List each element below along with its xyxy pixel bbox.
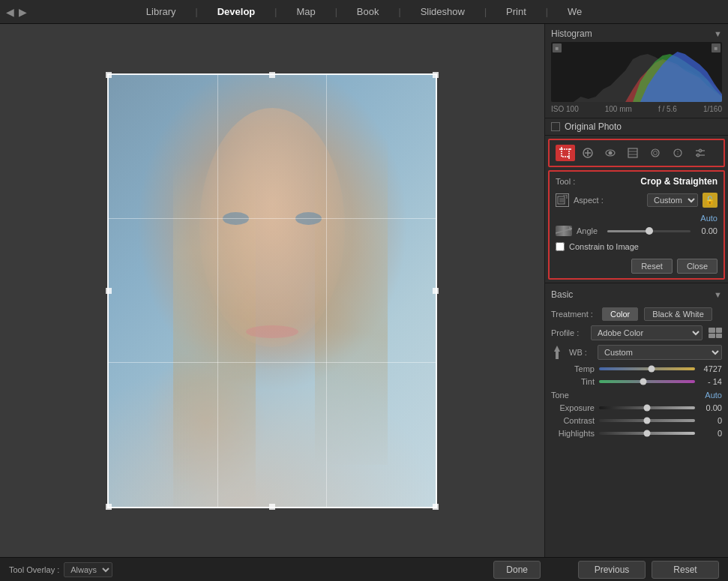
constrain-label: Constrain to Image [569,242,639,251]
overlay-select[interactable]: Always Never Auto [64,562,112,577]
svg-point-24 [697,154,700,157]
tone-auto-button[interactable]: Auto [705,391,722,400]
nav-sep-3: | [335,7,337,17]
overlay-label: Tool Overlay : [9,565,59,574]
main-area: Histogram ▼ ■ ■ ISO 100 10 [0,24,728,557]
temp-label: Temp [551,364,595,373]
temp-slider[interactable] [599,367,695,370]
temp-thumb[interactable] [649,366,655,373]
auto-angle-button[interactable]: Auto [700,214,718,223]
basic-expand-icon[interactable]: ▼ [714,290,722,299]
done-button[interactable]: Done [493,561,541,579]
nav-sep-5: | [484,7,487,17]
nav-sep-2: | [274,7,277,17]
exposure-thumb[interactable] [644,405,651,412]
nav-sep-1: | [196,7,198,17]
tint-slider[interactable] [599,380,695,383]
crop-buttons-row: Reset Close [556,259,718,274]
aspect-select[interactable]: Custom Original 1:1 4:3 16:9 [647,193,698,207]
tint-thumb[interactable] [640,379,646,385]
reset-button[interactable]: Reset [652,561,719,579]
contrast-thumb[interactable] [644,418,651,424]
crop-handle-br[interactable] [433,504,439,510]
crop-handle-ml[interactable] [106,288,112,294]
grid-line-v2 [326,75,327,507]
wb-select[interactable]: Custom As Shot Auto Daylight Cloudy [598,345,722,360]
contrast-row: Contrast 0 [551,416,722,425]
photo-container[interactable] [107,73,437,508]
exposure-slider[interactable] [599,406,695,409]
nav-web[interactable]: We [563,3,586,20]
angle-slider[interactable] [607,230,691,232]
crop-handle-bl[interactable] [106,504,112,510]
tint-label: Tint [551,377,595,386]
back-arrow-icon[interactable]: ◀ [6,6,14,18]
crop-handle-tc[interactable] [269,72,275,78]
basic-title: Basic [551,289,573,300]
highlights-thumb[interactable] [644,430,651,437]
histogram-expand-icon[interactable]: ▼ [714,29,722,38]
crop-tool-icon[interactable] [556,145,575,161]
histogram-chart [551,48,722,102]
graduated-filter-icon[interactable] [623,145,643,161]
contrast-slider[interactable] [599,419,695,422]
svg-point-19 [674,149,682,157]
crop-handle-bc[interactable] [269,504,275,510]
redeye-tool-icon[interactable] [601,145,620,161]
treatment-row: Treatment : Color Black & White [551,307,722,321]
svg-rect-14 [628,148,637,157]
nav-map[interactable]: Map [292,3,319,20]
profile-browse-icon[interactable] [709,328,722,338]
aspect-lock-icon[interactable]: 🔓 [703,193,718,208]
aspect-row: Aspect : Custom Original 1:1 4:3 16:9 🔓 [556,193,718,208]
crop-reset-button[interactable]: Reset [631,259,673,274]
crop-handle-mr[interactable] [433,288,439,294]
nav-develop[interactable]: Develop [213,3,260,20]
bw-button[interactable]: Black & White [644,307,712,321]
aspect-label: Aspect : [574,196,643,205]
svg-point-17 [652,149,659,157]
basic-header[interactable]: Basic ▼ [551,286,722,303]
previous-button[interactable]: Previous [578,561,646,579]
histogram-section: Histogram ▼ ■ ■ ISO 100 10 [545,24,728,118]
eyedropper-icon[interactable] [551,345,563,360]
histogram-title: Histogram [551,28,592,39]
tool-label: Tool : [556,177,575,186]
crop-handle-tr[interactable] [433,72,439,78]
original-photo-checkbox[interactable] [551,122,560,131]
profile-label: Profile : [551,328,585,337]
histogram-display: ■ ■ [551,42,722,102]
svg-marker-33 [554,346,560,359]
crop-overlay[interactable] [107,73,437,508]
bottom-bar: Tool Overlay : Always Never Auto Done Pr… [0,557,728,581]
nav-slideshow[interactable]: Slideshow [416,3,469,20]
contrast-value: 0 [700,416,722,425]
adjustment-brush-icon[interactable] [691,145,710,161]
photo-panel[interactable] [0,24,544,557]
radial-filter-icon[interactable] [646,145,665,161]
nav-library[interactable]: Library [142,3,181,20]
constrain-checkbox[interactable] [556,242,565,251]
nav-print[interactable]: Print [502,3,531,20]
grid-line-h1 [109,218,436,219]
angle-value: 0.00 [695,226,718,235]
nav-book[interactable]: Book [352,3,384,20]
healing-tool-icon[interactable] [578,145,598,161]
aspect-icon [556,193,569,207]
crop-close-button[interactable]: Close [677,259,718,274]
tone-row: Tone Auto [551,391,722,400]
right-panel: Histogram ▼ ■ ■ ISO 100 10 [544,24,728,557]
histogram-focal: 100 mm [605,105,632,113]
color-button[interactable]: Color [602,307,638,321]
crop-handle-tl[interactable] [106,72,112,78]
highlights-slider[interactable] [599,432,695,435]
tone-curve-icon[interactable] [668,145,688,161]
histogram-shutter: 1/160 [703,105,722,113]
temp-value: 4727 [700,364,722,373]
crop-controls: Tool : Crop & Straighten Aspect : [548,170,725,280]
grid-line-h2 [109,362,436,363]
original-photo-row: Original Photo [545,118,728,136]
forward-arrow-icon[interactable]: ▶ [19,6,27,18]
grid-line-v1 [217,75,218,507]
profile-select[interactable]: Adobe Color Adobe Landscape Adobe Portra… [591,325,703,340]
